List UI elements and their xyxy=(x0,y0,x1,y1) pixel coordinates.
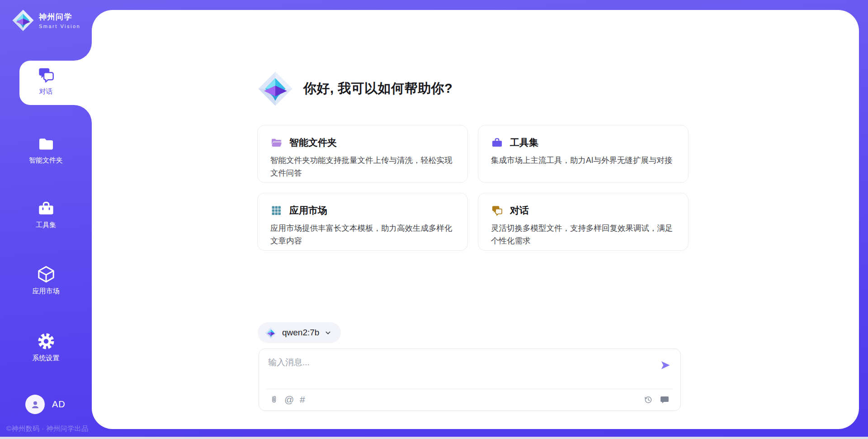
tab-fillet-top xyxy=(74,43,92,61)
card-description: 集成市场上主流工具，助力AI与外界无缝扩展与对接 xyxy=(491,154,675,167)
sidebar-item-app-market[interactable]: 应用市场 xyxy=(0,265,92,296)
message-composer: @ # xyxy=(259,348,681,411)
brand-gem-icon xyxy=(12,9,34,32)
comment-icon xyxy=(660,394,670,405)
app-window: 神州问学 Smart Vision 对话 智能文件夹 工具集 应用市场 系统设置 xyxy=(0,0,868,439)
model-selector[interactable]: qwen2:7b xyxy=(258,322,341,343)
bottom-edge-strip xyxy=(0,437,868,439)
message-input[interactable] xyxy=(268,356,621,369)
chat-icon xyxy=(491,205,503,217)
cube-icon xyxy=(0,265,92,284)
user-initials: AD xyxy=(52,399,66,410)
toolbox-icon xyxy=(0,200,92,218)
comment-button[interactable] xyxy=(660,394,670,407)
folder-open-icon xyxy=(270,137,283,149)
card-smart-folder[interactable]: 智能文件夹 智能文件夹功能支持批量文件上传与清洗，轻松实现文件问答 xyxy=(257,125,468,183)
sidebar-item-chat[interactable]: 对话 xyxy=(0,66,92,96)
card-title: 应用市场 xyxy=(289,204,327,217)
sidebar: 神州问学 Smart Vision 对话 智能文件夹 工具集 应用市场 系统设置 xyxy=(0,0,92,439)
card-app-market[interactable]: 应用市场 应用市场提供丰富长文本模板，助力高效生成多样化文章内容 xyxy=(257,193,468,251)
tab-fillet-bottom xyxy=(74,105,92,123)
card-title: 工具集 xyxy=(510,136,538,149)
feature-cards: 智能文件夹 智能文件夹功能支持批量文件上传与清洗，轻松实现文件问答 工具集 集成… xyxy=(257,125,689,251)
model-gem-icon xyxy=(265,327,277,339)
hashtag-button[interactable]: # xyxy=(300,394,305,405)
app-subtitle: Smart Vision xyxy=(39,24,80,29)
card-toolset[interactable]: 工具集 集成市场上主流工具，助力AI与外界无缝扩展与对接 xyxy=(478,125,689,183)
copyright-note: ©神州数码 · 神州问学出品 xyxy=(6,425,88,433)
main-content: 你好, 我可以如何帮助你? 智能文件夹 智能文件夹功能支持批量文件上传与清洗，轻… xyxy=(92,10,859,429)
attach-button[interactable] xyxy=(269,394,279,407)
composer-divider xyxy=(266,389,673,389)
history-button[interactable] xyxy=(643,394,653,407)
greeting-text: 你好, 我可以如何帮助你? xyxy=(303,80,453,98)
sidebar-item-label: 系统设置 xyxy=(0,354,92,363)
grid-icon xyxy=(270,205,283,217)
avatar xyxy=(25,395,45,414)
send-icon xyxy=(660,360,671,370)
card-title: 智能文件夹 xyxy=(289,136,337,149)
send-button[interactable] xyxy=(658,359,673,372)
sidebar-item-label: 对话 xyxy=(0,87,92,96)
sidebar-item-label: 应用市场 xyxy=(0,287,92,296)
sidebar-item-label: 工具集 xyxy=(0,221,92,229)
history-icon xyxy=(643,394,653,405)
paperclip-icon xyxy=(269,394,279,405)
card-description: 灵活切换多模型文件，支持多样回复效果调试，满足个性化需求 xyxy=(491,222,675,247)
sidebar-item-smart-folder[interactable]: 智能文件夹 xyxy=(0,135,92,165)
model-name: qwen2:7b xyxy=(282,328,319,338)
card-chat[interactable]: 对话 灵活切换多模型文件，支持多样回复效果调试，满足个性化需求 xyxy=(478,193,689,251)
sidebar-item-label: 智能文件夹 xyxy=(0,156,92,165)
chevron-down-icon xyxy=(324,329,332,337)
gear-icon xyxy=(0,332,92,351)
sidebar-item-toolset[interactable]: 工具集 xyxy=(0,200,92,229)
card-title: 对话 xyxy=(510,204,529,217)
greeting-block: 你好, 我可以如何帮助你? xyxy=(257,71,453,107)
folder-icon xyxy=(0,135,92,153)
mention-button[interactable]: @ xyxy=(284,394,294,405)
app-logo: 神州问学 Smart Vision xyxy=(12,9,80,32)
app-name: 神州问学 xyxy=(39,12,80,22)
card-description: 应用市场提供丰富长文本模板，助力高效生成多样化文章内容 xyxy=(270,222,455,247)
chat-icon xyxy=(0,66,92,84)
card-description: 智能文件夹功能支持批量文件上传与清洗，轻松实现文件问答 xyxy=(270,154,455,179)
greeting-gem-icon xyxy=(257,71,293,107)
person-icon xyxy=(29,399,41,410)
toolbox-icon xyxy=(491,137,503,149)
sidebar-item-settings[interactable]: 系统设置 xyxy=(0,332,92,363)
user-account[interactable]: AD xyxy=(25,395,66,414)
